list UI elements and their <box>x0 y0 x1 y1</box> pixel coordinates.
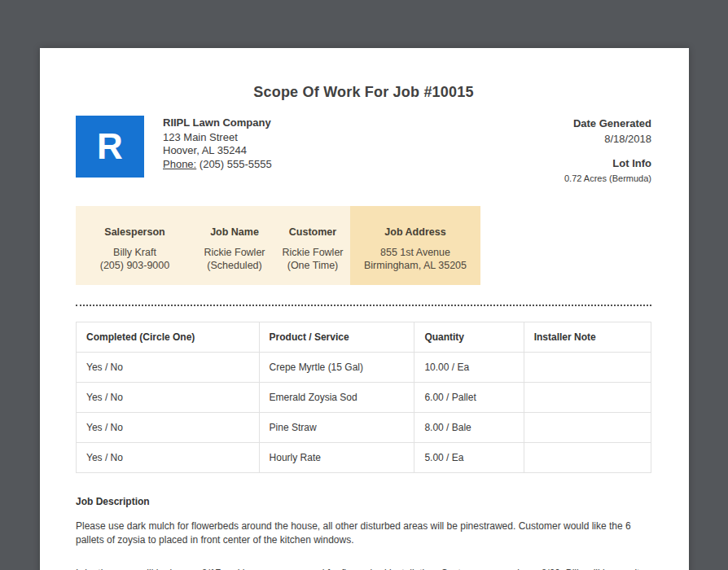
summary-value: (205) 903-9000 <box>76 259 194 273</box>
summary-value: Rickie Fowler <box>275 246 350 260</box>
quantity-cell: 5.00 / Ea <box>414 443 524 473</box>
completed-cell: Yes / No <box>77 443 260 473</box>
product-cell: Crepe Myrtle (15 Gal) <box>259 353 414 383</box>
dashed-divider <box>76 305 651 306</box>
company-address-line2: Hoover, AL 35244 <box>163 144 272 158</box>
quantity-cell: 8.00 / Bale <box>414 413 524 443</box>
company-logo: R <box>76 116 144 178</box>
company-name: RIIPL Lawn Company <box>163 116 272 130</box>
installer-note-cell <box>524 383 651 413</box>
job-summary-bar: Salesperson Billy Kraft (205) 903-9000 J… <box>76 206 480 285</box>
summary-column-job-address: Job Address 855 1st Avenue Birmingham, A… <box>350 206 480 285</box>
summary-value: Rickie Fowler <box>194 246 275 260</box>
summary-column-salesperson: Salesperson Billy Kraft (205) 903-9000 <box>76 206 194 285</box>
date-generated-label: Date Generated <box>564 117 651 129</box>
job-description-paragraph-1: Please use dark mulch for flowerbeds aro… <box>76 520 651 547</box>
header-product-service: Product / Service <box>259 322 414 353</box>
summary-value: Billy Kraft <box>76 246 194 260</box>
table-row: Yes / No Crepe Myrtle (15 Gal) 10.00 / E… <box>77 353 651 383</box>
installer-note-cell <box>524 413 651 443</box>
installer-note-cell <box>524 353 651 383</box>
lot-info-value: 0.72 Acres (Bermuda) <box>564 173 651 183</box>
work-items-table: Completed (Circle One) Product / Service… <box>76 322 651 473</box>
product-cell: Pine Straw <box>259 413 414 443</box>
company-phone: Phone: (205) 555-5555 <box>163 158 272 172</box>
completed-cell: Yes / No <box>77 353 260 383</box>
table-row: Yes / No Emerald Zoysia Sod 6.00 / Palle… <box>77 383 651 413</box>
job-description-paragraph-2: Irrigation guys will be buy on 8/17 and … <box>76 567 651 570</box>
summary-label: Job Name <box>194 226 275 239</box>
company-address-line1: 123 Main Street <box>163 131 272 145</box>
summary-column-customer: Customer Rickie Fowler (One Time) <box>275 206 350 285</box>
lot-info-label: Lot Info <box>564 157 651 169</box>
completed-cell: Yes / No <box>77 413 260 443</box>
table-row: Yes / No Hourly Rate 5.00 / Ea <box>77 443 651 473</box>
summary-label: Salesperson <box>76 226 194 239</box>
summary-label: Job Address <box>350 226 480 239</box>
header-quantity: Quantity <box>414 322 524 353</box>
product-cell: Emerald Zoysia Sod <box>259 383 414 413</box>
phone-number: (205) 555-5555 <box>200 158 272 170</box>
quantity-cell: 10.00 / Ea <box>414 353 524 383</box>
page-title: Scope Of Work For Job #10015 <box>76 48 651 101</box>
document-page: Scope Of Work For Job #10015 R RIIPL Law… <box>40 48 689 570</box>
completed-cell: Yes / No <box>77 383 260 413</box>
summary-column-job-name: Job Name Rickie Fowler (Scheduled) <box>194 206 275 285</box>
phone-label: Phone: <box>163 158 196 170</box>
company-info: RIIPL Lawn Company 123 Main Street Hoove… <box>163 116 272 183</box>
installer-note-cell <box>524 443 651 473</box>
product-cell: Hourly Rate <box>259 443 414 473</box>
summary-value: Birmingham, AL 35205 <box>350 259 480 273</box>
company-block: R RIIPL Lawn Company 123 Main Street Hoo… <box>76 116 272 183</box>
quantity-cell: 6.00 / Pallet <box>414 383 524 413</box>
summary-label: Customer <box>275 226 350 239</box>
header-completed: Completed (Circle One) <box>77 322 260 353</box>
document-header: R RIIPL Lawn Company 123 Main Street Hoo… <box>76 116 651 183</box>
table-row: Yes / No Pine Straw 8.00 / Bale <box>77 413 651 443</box>
meta-block: Date Generated 8/18/2018 Lot Info 0.72 A… <box>564 116 651 183</box>
date-generated-value: 8/18/2018 <box>564 133 651 145</box>
summary-value: (One Time) <box>275 259 350 273</box>
company-logo-letter: R <box>97 129 123 164</box>
job-description-heading: Job Description <box>76 496 651 507</box>
table-header-row: Completed (Circle One) Product / Service… <box>77 322 651 353</box>
summary-value: 855 1st Avenue <box>350 246 480 260</box>
header-installer-note: Installer Note <box>524 322 651 353</box>
summary-value: (Scheduled) <box>194 259 275 273</box>
